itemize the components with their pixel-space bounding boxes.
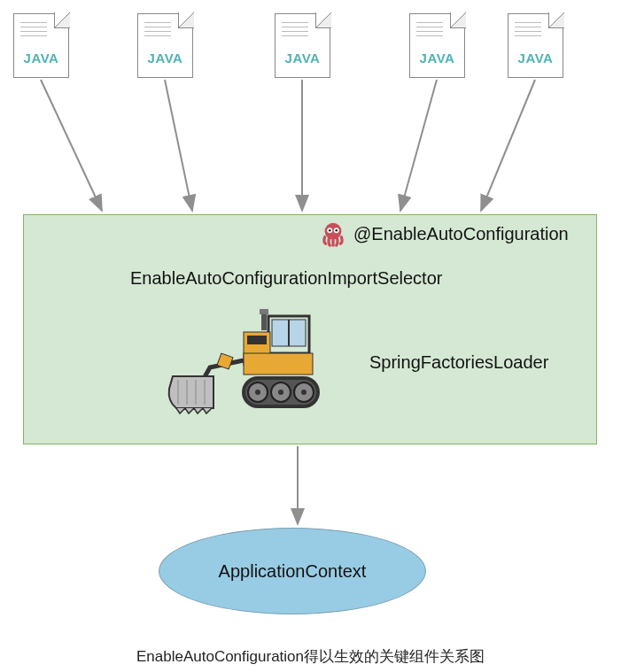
- octopus-icon: [320, 220, 346, 247]
- fold-icon: [315, 12, 331, 28]
- java-file-4: JAVA: [409, 13, 465, 78]
- java-label: JAVA: [13, 50, 69, 66]
- svg-point-3: [329, 229, 331, 232]
- svg-rect-12: [247, 336, 267, 344]
- svg-line-30: [400, 80, 437, 211]
- java-label: JAVA: [137, 50, 193, 66]
- fold-icon: [450, 12, 466, 28]
- java-label: JAVA: [275, 50, 330, 66]
- java-label: JAVA: [409, 50, 465, 66]
- java-file-3: JAVA: [275, 13, 330, 78]
- application-context-node: ApplicationContext: [159, 528, 426, 614]
- enable-auto-config-annotation: @EnableAutoConfiguration: [353, 224, 569, 244]
- svg-point-23: [255, 390, 260, 395]
- main-config-box: @EnableAutoConfiguration EnableAutoConfi…: [23, 214, 597, 444]
- svg-line-27: [41, 80, 102, 211]
- svg-rect-6: [260, 309, 268, 314]
- svg-point-4: [335, 229, 338, 232]
- import-selector-text: EnableAutoConfigurationImportSelector: [130, 268, 442, 289]
- fold-icon: [178, 12, 194, 28]
- svg-point-25: [301, 390, 307, 395]
- svg-line-28: [165, 80, 192, 211]
- fold-icon: [54, 12, 70, 28]
- java-file-1: JAVA: [13, 13, 69, 78]
- java-label: JAVA: [508, 50, 563, 66]
- java-file-5: JAVA: [508, 13, 563, 78]
- java-file-2: JAVA: [137, 13, 193, 78]
- fold-icon: [548, 12, 564, 28]
- application-context-label: ApplicationContext: [219, 561, 367, 582]
- diagram-caption: EnableAutoConfiguration得以生效的关键组件关系图: [0, 646, 621, 667]
- svg-point-24: [278, 390, 283, 395]
- svg-rect-11: [244, 353, 313, 375]
- bulldozer-icon: [166, 304, 343, 419]
- svg-line-31: [481, 80, 535, 211]
- spring-factories-loader-text: SpringFactoriesLoader: [369, 352, 548, 373]
